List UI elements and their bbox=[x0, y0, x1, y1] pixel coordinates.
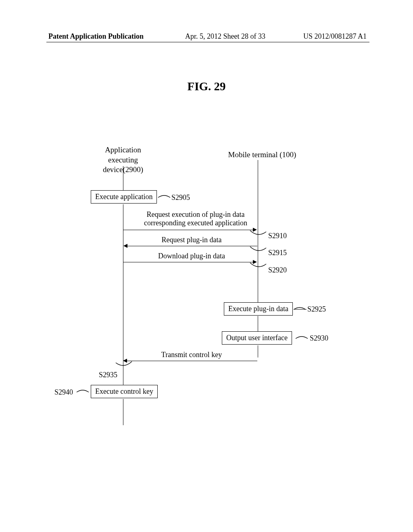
header-right: US 2012/0081287 A1 bbox=[303, 32, 367, 41]
msg-transmit-control: Transmit control key bbox=[151, 351, 232, 359]
leader-s2910 bbox=[248, 230, 268, 240]
arrowhead-request-plugin bbox=[123, 244, 127, 248]
msg-request-execution-line2: corresponding executed application bbox=[144, 219, 247, 227]
page-header: Patent Application Publication Apr. 5, 2… bbox=[0, 32, 413, 41]
header-divider bbox=[46, 42, 369, 42]
leader-s2915 bbox=[248, 246, 268, 256]
lifeline-right-2 bbox=[258, 316, 258, 331]
box-execute-plugin: Execute plug-in data bbox=[224, 302, 293, 316]
step-s2930: S2930 bbox=[310, 334, 328, 343]
leader-s2920 bbox=[248, 262, 268, 272]
figure-title: FIG. 29 bbox=[0, 80, 413, 93]
arrow-request-plugin bbox=[127, 246, 257, 246]
step-s2920: S2920 bbox=[268, 266, 287, 274]
leader-s2935 bbox=[114, 361, 134, 371]
msg-request-execution: Request execution of plug-in data corres… bbox=[133, 210, 258, 227]
msg-request-plugin: Request plug-in data bbox=[145, 236, 238, 244]
msg-request-execution-line1: Request execution of plug-in data bbox=[147, 210, 245, 218]
arrow-download-plugin bbox=[123, 262, 253, 262]
step-s2935: S2935 bbox=[99, 371, 117, 379]
step-s2940: S2940 bbox=[54, 388, 73, 397]
step-s2905: S2905 bbox=[171, 193, 190, 202]
box-output-ui: Output user interface bbox=[222, 331, 292, 345]
step-s2925: S2925 bbox=[307, 305, 326, 314]
actor-right: Mobile terminal (100) bbox=[222, 150, 302, 160]
msg-download-plugin: Download plug-in data bbox=[145, 252, 238, 260]
arrow-request-execution bbox=[123, 230, 253, 230]
step-s2910: S2910 bbox=[268, 232, 287, 240]
lifeline-right-3 bbox=[258, 345, 258, 357]
lifeline-left-1 bbox=[123, 166, 123, 190]
box-execute-control: Execute control key bbox=[91, 385, 158, 398]
actor-left-line1: Application executing bbox=[105, 145, 141, 164]
leader-curve-s2930 bbox=[296, 335, 312, 343]
header-center: Apr. 5, 2012 Sheet 28 of 33 bbox=[185, 32, 265, 41]
arrow-transmit-control bbox=[126, 361, 257, 361]
lifeline-left-3 bbox=[123, 399, 123, 425]
box-execute-application: Execute application bbox=[91, 190, 157, 204]
leader-curve-s2940 bbox=[77, 388, 93, 396]
sequence-diagram: Application executing device(2900) Mobil… bbox=[0, 145, 413, 427]
step-s2915: S2915 bbox=[268, 249, 287, 257]
header-left: Patent Application Publication bbox=[48, 32, 144, 41]
lifeline-left-2 bbox=[123, 204, 123, 385]
